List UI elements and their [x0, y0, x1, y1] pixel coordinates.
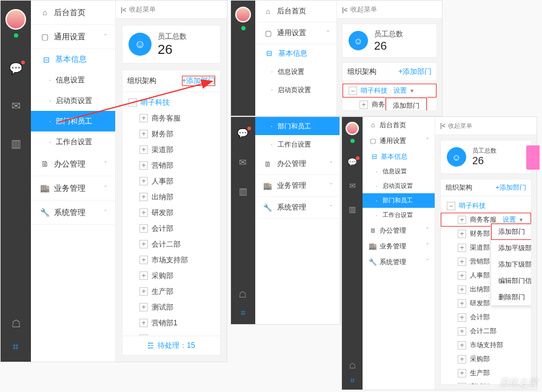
ctx-add-dept[interactable]: 添加部门: [491, 224, 531, 240]
nav-sub-launch-settings[interactable]: 启动页设置: [363, 179, 435, 193]
tree-root-row[interactable]: −哨子科技: [122, 95, 220, 110]
stats-icon[interactable]: ▥: [349, 205, 356, 214]
expand-icon[interactable]: +: [458, 257, 466, 266]
expand-icon[interactable]: +: [458, 299, 466, 308]
expand-icon[interactable]: +: [139, 177, 148, 185]
tree-node[interactable]: +会计二部: [441, 324, 531, 338]
nav-sub-workbench-settings[interactable]: 工作台设置: [255, 135, 340, 153]
tree-node[interactable]: +市场支持部: [122, 252, 220, 268]
avatar[interactable]: [5, 9, 26, 30]
expand-icon[interactable]: +: [139, 303, 148, 311]
expand-icon[interactable]: +: [360, 101, 368, 109]
tree-node[interactable]: +会计二部: [122, 236, 220, 252]
tree-node[interactable]: +财务部: [122, 126, 220, 142]
nav-home[interactable]: ⌂后台首页: [363, 117, 435, 133]
expand-icon[interactable]: +: [139, 114, 148, 122]
nav-basic-info[interactable]: ⊟基本信息: [363, 148, 435, 164]
apps-icon[interactable]: ⌗: [241, 308, 246, 318]
expand-icon[interactable]: +: [458, 369, 466, 377]
nav-general-settings[interactable]: ▢通用设置ˆ: [255, 22, 336, 44]
expand-icon[interactable]: +: [458, 355, 466, 364]
nav-sub-workbench-settings[interactable]: 工作台设置: [363, 208, 435, 222]
stats-icon[interactable]: ▥: [239, 186, 247, 197]
nav-sub-dept-staff[interactable]: 部门和员工: [31, 111, 115, 131]
expand-icon[interactable]: +: [458, 285, 466, 294]
expand-icon[interactable]: +: [458, 313, 466, 322]
chat-icon[interactable]: 💬: [237, 128, 249, 139]
expand-icon[interactable]: +: [139, 287, 148, 296]
nav-sub-launch-settings[interactable]: 启动页设置: [31, 90, 115, 111]
tree-node[interactable]: +生产部: [122, 284, 220, 299]
nav-sub-info-settings[interactable]: 信息设置: [363, 164, 435, 179]
expand-icon[interactable]: +: [139, 145, 148, 154]
expand-icon[interactable]: +: [458, 230, 466, 238]
contacts-icon[interactable]: ☖: [239, 290, 247, 299]
tree-node[interactable]: +会计部: [441, 310, 531, 324]
nav-system-management[interactable]: 🔧系统管理ˇ: [363, 254, 435, 270]
add-dept-link[interactable]: +添加部门: [398, 67, 432, 77]
ctx-delete-dept[interactable]: 删除部门: [491, 289, 531, 305]
side-action-button[interactable]: [526, 145, 540, 170]
mail-icon[interactable]: ✉: [12, 99, 21, 113]
expand-icon[interactable]: +: [458, 271, 466, 280]
nav-system-management[interactable]: 🔧系统管理ˇ: [31, 201, 115, 225]
expand-icon[interactable]: +: [458, 341, 466, 350]
nav-business-management[interactable]: 🏬业务管理ˇ: [255, 175, 340, 197]
add-dept-link[interactable]: +添加部门: [496, 183, 526, 192]
apps-icon[interactable]: ⌗: [350, 376, 355, 385]
mail-icon[interactable]: ✉: [349, 181, 356, 190]
stats-icon[interactable]: ▥: [11, 137, 21, 150]
tree-node[interactable]: +市场支持部: [441, 338, 531, 352]
tree-root-settings-link[interactable]: 设置: [393, 86, 407, 95]
contacts-icon[interactable]: ☖: [349, 362, 356, 370]
tree-node[interactable]: +1223: [122, 331, 220, 336]
nav-business-management[interactable]: 🏬业务管理ˇ: [363, 238, 435, 254]
expand-icon[interactable]: +: [458, 383, 466, 385]
collapse-icon[interactable]: −: [447, 202, 455, 210]
collapse-icon[interactable]: −: [349, 87, 357, 95]
nav-general-settings[interactable]: ▢通用设置ˆ: [31, 25, 115, 49]
nav-sub-dept-staff[interactable]: 部门和员工: [255, 117, 340, 135]
avatar[interactable]: [235, 7, 251, 22]
expand-icon[interactable]: +: [139, 193, 148, 201]
tree-root-row[interactable]: −哨子科技: [441, 199, 531, 213]
apps-icon[interactable]: ⌗: [13, 341, 19, 353]
expand-icon[interactable]: +: [139, 319, 148, 327]
expand-icon[interactable]: +: [139, 256, 148, 264]
expand-icon[interactable]: +: [139, 240, 148, 248]
tree-node[interactable]: +出纳部: [122, 189, 220, 205]
nav-sub-info-settings[interactable]: 信息设置: [255, 62, 336, 81]
ctx-add-child[interactable]: 添加下级部门: [491, 256, 531, 273]
add-dept-link[interactable]: +添加部门: [182, 76, 215, 86]
nav-basic-info[interactable]: ⊟基本信息: [255, 44, 336, 62]
nav-system-management[interactable]: 🔧系统管理ˇ: [255, 197, 340, 219]
tree-root-row[interactable]: − 哨子科技 设置 ▾: [343, 84, 437, 98]
expand-icon[interactable]: +: [458, 216, 466, 224]
nav-sub-workbench-settings[interactable]: 工作台设置: [31, 131, 115, 152]
chat-icon[interactable]: 💬: [347, 158, 357, 167]
collapse-menu-link[interactable]: |<收起菜单: [337, 1, 442, 19]
tree-node[interactable]: +渠道部: [122, 142, 220, 158]
nav-sub-launch-settings[interactable]: 启动页设置: [255, 81, 336, 99]
nav-office-management[interactable]: 🗎办公管理ˇ: [255, 153, 340, 175]
expand-icon[interactable]: +: [458, 244, 466, 252]
tree-node[interactable]: +营销部: [122, 158, 220, 173]
tree-node[interactable]: +商务客服: [122, 110, 220, 126]
tree-node[interactable]: +研发部: [122, 205, 220, 221]
collapse-icon[interactable]: −: [129, 98, 137, 107]
nav-sub-info-settings[interactable]: 信息设置: [31, 70, 115, 90]
expand-icon[interactable]: +: [139, 224, 148, 233]
nav-sub-dept-staff[interactable]: 部门和员工: [363, 193, 435, 208]
ctx-add-peer[interactable]: 添加平级部门: [491, 240, 531, 256]
collapse-menu-link[interactable]: |<收起菜单: [116, 1, 227, 19]
nav-home[interactable]: ⌂后台首页: [31, 1, 115, 25]
mail-icon[interactable]: ✉: [239, 157, 247, 168]
nav-home[interactable]: ⌂后台首页: [255, 1, 336, 22]
tree-node[interactable]: +营销部1: [122, 315, 220, 331]
collapse-menu-link[interactable]: |<收起菜单: [435, 117, 537, 135]
expand-icon[interactable]: +: [139, 208, 148, 217]
expand-icon[interactable]: +: [139, 271, 148, 280]
ctx-add-dept[interactable]: 添加部门: [386, 98, 427, 110]
tree-node[interactable]: +采购部: [441, 352, 531, 366]
tree-node[interactable]: +人事部: [122, 173, 220, 189]
